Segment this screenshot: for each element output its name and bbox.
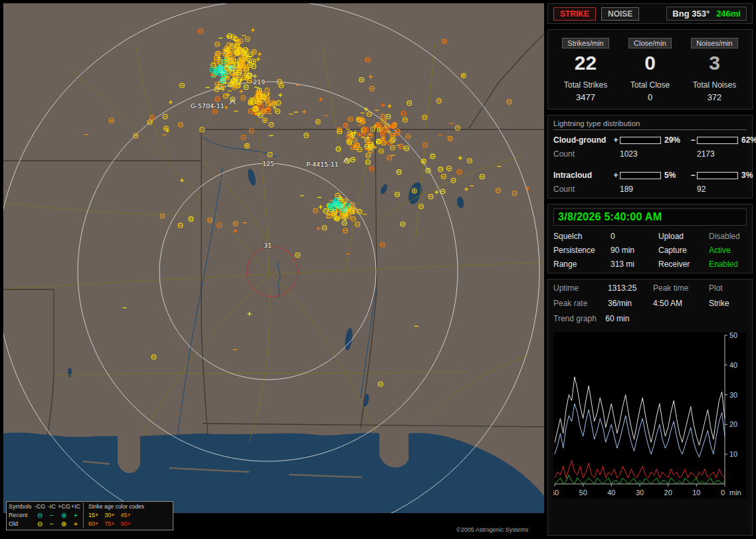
legend-col-neg-ic: -IC — [46, 502, 58, 511]
cg-neg-sign: − — [689, 135, 697, 145]
rates-section: Strikes/min 22 Total Strikes 3477 Close/… — [547, 29, 753, 110]
upload-label: Upload — [658, 232, 709, 241]
bearing-box: Bng 353° 246mi — [666, 7, 747, 21]
ic-neg-pct: 3% — [738, 171, 756, 180]
receiver-status: Enabled — [709, 260, 747, 269]
legend-recent-row: Recent ⊖ − ⊕ + 15+ 30+ 45+ — [9, 511, 171, 520]
noises-per-min-value: 3 — [682, 52, 747, 74]
peak-time-value: 4:50 AM — [653, 299, 709, 308]
range-label: Range — [553, 260, 611, 269]
map-area[interactable]: 219 125 31 G-5704-11 P-4415-11 Symbols -… — [3, 3, 544, 536]
ic-neg-sign: − — [689, 171, 697, 180]
svg-text:50: 50 — [579, 489, 587, 497]
distribution-title: Lightning type distribution — [553, 119, 747, 130]
pos-ic-old-icon: + — [70, 520, 82, 528]
bearing-label: Bng 353° — [672, 9, 709, 19]
svg-text:0: 0 — [721, 489, 725, 497]
persistence-label: Persistence — [553, 246, 611, 255]
age-30: 30+ — [104, 511, 114, 520]
age-45: 45+ — [121, 511, 131, 520]
legend-header-row: Symbols -CG -IC +CG +IC Strike age color… — [9, 502, 171, 511]
distribution-grid: Cloud-ground + 29% − 62% Count 1023 2173… — [553, 135, 747, 194]
strikes-per-min-header: Strikes/min — [562, 38, 609, 48]
cg-neg-pct: 62% — [738, 135, 756, 145]
ring-label-31: 31 — [264, 242, 272, 249]
lightning-tracker-app: 219 125 31 G-5704-11 P-4415-11 Symbols -… — [0, 0, 756, 539]
noises-per-min-header: Noises/min — [691, 38, 737, 48]
pos-ic-recent-icon: + — [70, 512, 82, 520]
stats-grid: Uptime 1313:25 Peak time Plot Peak rate … — [553, 283, 747, 308]
receiver-label: Receiver — [658, 260, 709, 269]
uptime-value: 1313:25 — [608, 283, 653, 293]
legend-old-label: Old — [9, 520, 34, 528]
cg-pos-pct: 29% — [661, 135, 689, 145]
time-settings-section: 3/8/2026 5:40:00 AM Squelch 0 Upload Dis… — [547, 204, 753, 273]
svg-text:30: 30 — [729, 391, 737, 399]
legend-age-title: Strike age color codes — [83, 502, 171, 511]
cg-neg-bar — [697, 137, 738, 144]
noise-mode-button[interactable]: NOISE — [601, 7, 639, 21]
age-90: 90+ — [121, 520, 131, 528]
uptime-label: Uptime — [553, 283, 608, 293]
strikes-col: Strikes/min 22 Total Strikes 3477 — [553, 37, 618, 105]
legend-col-pos-ic: +IC — [70, 502, 82, 511]
range-value: 313 mi — [611, 260, 658, 269]
total-noises-label: Total Noises — [682, 80, 747, 90]
legend-symbols-title: Symbols — [9, 502, 34, 511]
strike-mode-button[interactable]: STRIKE — [553, 7, 596, 21]
svg-text:20: 20 — [664, 489, 672, 497]
svg-text:50: 50 — [729, 333, 737, 339]
map-canvas[interactable]: 219 125 31 G-5704-11 P-4415-11 — [3, 3, 544, 536]
cg-pos-sign: + — [612, 135, 620, 145]
trend-graph-row: Trend graph 60 min — [553, 314, 747, 323]
trend-chart: 10203040506050403020100min — [553, 333, 747, 499]
ic-count-label: Count — [553, 185, 612, 194]
svg-text:min: min — [729, 489, 741, 497]
upload-status: Disabled — [709, 232, 747, 241]
cg-pos-bar — [620, 137, 661, 144]
svg-text:60: 60 — [553, 489, 559, 497]
total-strikes-label: Total Strikes — [553, 80, 618, 90]
stats-trend-section: Uptime 1313:25 Peak time Plot Peak rate … — [547, 279, 753, 536]
status-panel: STRIKE NOISE Bng 353° 246mi Strikes/min … — [547, 3, 753, 536]
legend-age-row-2: 60+ 75+ 90+ — [83, 520, 171, 528]
svg-text:30: 30 — [636, 489, 644, 497]
distribution-section: Lightning type distribution Cloud-ground… — [547, 115, 753, 198]
legend-age-row-1: 15+ 30+ 45+ — [83, 511, 171, 520]
neg-cg-recent-icon: ⊖ — [34, 512, 46, 520]
ic-neg-count: 92 — [697, 185, 738, 194]
total-noises-value: 372 — [682, 92, 747, 102]
cg-neg-count: 2173 — [697, 149, 738, 159]
intracloud-label: Intracloud — [553, 171, 612, 180]
plot-value: Strike — [709, 299, 747, 308]
legend-col-pos-cg: +CG — [58, 502, 70, 511]
total-close-label: Total Close — [618, 80, 682, 90]
cg-count-label: Count — [553, 149, 612, 159]
plot-label: Plot — [709, 283, 747, 293]
trend-graph-label: Trend graph — [553, 314, 597, 323]
total-strikes-value: 3477 — [553, 92, 618, 102]
svg-text:10: 10 — [729, 450, 737, 458]
map-legend: Symbols -CG -IC +CG +IC Strike age color… — [6, 501, 173, 530]
svg-text:40: 40 — [607, 489, 615, 497]
ic-pos-bar — [620, 172, 661, 179]
svg-text:10: 10 — [692, 489, 700, 497]
capture-label: Capture — [658, 246, 709, 255]
age-75: 75+ — [104, 520, 114, 528]
age-60: 60+ — [88, 520, 98, 528]
settings-grid: Squelch 0 Upload Disabled Persistence 90… — [553, 232, 747, 269]
trend-graph-window: 60 min — [605, 314, 629, 323]
squelch-value: 0 — [611, 232, 658, 241]
pos-cg-recent-icon: ⊕ — [58, 512, 70, 520]
close-per-min-value: 0 — [618, 52, 682, 74]
legend-recent-label: Recent — [9, 511, 34, 520]
ic-neg-bar — [697, 172, 738, 179]
strikes-per-min-value: 22 — [553, 52, 618, 74]
svg-text:20: 20 — [729, 420, 737, 428]
noises-col: Noises/min 3 Total Noises 372 — [682, 37, 747, 105]
cell-label-g5704: G-5704-11 — [191, 102, 224, 110]
peak-rate-value: 36/min — [608, 299, 653, 308]
cell-label-p4415: P-4415-11 — [306, 161, 339, 168]
close-col: Close/min 0 Total Close 0 — [618, 37, 682, 105]
ring-label-125: 125 — [262, 160, 274, 167]
